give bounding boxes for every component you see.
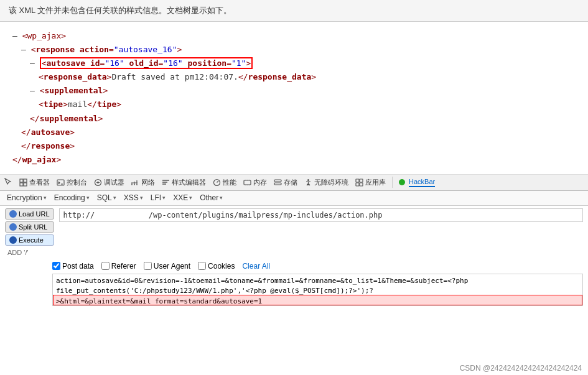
post-data-checkbox[interactable] [52,262,60,270]
hackbar-toolbar: Encryption ▾ Encoding ▾ SQL ▾ XSS ▾ LFI … [0,191,588,206]
hackbar-label: HackBar [409,178,435,187]
postdata-textarea[interactable] [52,274,583,306]
xml-line-9: </response> [21,139,576,153]
xml-line-4: <response_data>Draft saved at pm12:04:07… [39,70,576,84]
xss-menu[interactable]: XSS ▾ [121,192,146,203]
encoding-arrow: ▾ [86,195,90,201]
style-editor-label: 样式编辑器 [172,178,206,187]
load-url-button[interactable]: Load URL [5,208,54,220]
console-icon [56,178,65,187]
xml-line-6: <tipe>mail</tipe> [39,98,576,111]
watermark: CSDN @2424242424242424242424 [460,364,582,373]
cookies-checkbox[interactable] [198,262,206,270]
svg-rect-12 [360,179,363,182]
devtools-app[interactable]: 应用库 [355,178,386,187]
xml-line-7: </supplemental> [30,112,576,126]
encryption-label: Encryption [7,193,42,202]
xml-line-5: – <supplemental> [30,84,576,98]
encoding-label: Encoding [54,193,85,202]
inspector-label: 查看器 [29,178,50,187]
cursor-icon [4,178,12,187]
post-data-label: Post data [62,262,94,271]
devtools-memory[interactable]: 内存 [243,178,267,187]
clear-all-link[interactable]: Clear All [242,262,270,271]
svg-rect-11 [356,179,359,182]
hackbar-url-input[interactable] [59,208,583,222]
xml-line-8: </autosave> [21,126,576,139]
other-menu[interactable]: Other ▾ [197,192,226,203]
devtools-storage[interactable]: 存储 [273,178,297,187]
hackbar-url-area [59,208,583,222]
lfi-arrow: ▾ [162,195,166,201]
devtools-inspector[interactable]: 查看器 [19,178,50,187]
devtools-performance[interactable]: 性能 [212,178,236,187]
xml-header-text: 该 XML 文件并未包含任何关联的样式信息。文档树显示如下。 [9,6,231,15]
hackbar-options-row: Post data Referer User Agent Cookies Cle… [0,260,588,272]
xml-line-2: – <response action="autosave_16"> [21,43,576,57]
xml-tree: – <wp_ajax> – <response action="autosave… [0,22,588,175]
xml-line-1: – <wp_ajax> [12,29,576,43]
sql-menu[interactable]: SQL ▾ [94,192,119,203]
console-label: 控制台 [67,178,87,187]
network-icon [131,178,139,187]
performance-icon [212,178,221,187]
svg-point-10 [307,179,309,181]
hackbar-dot-icon [399,179,405,185]
hackbar-action-buttons: Load URL Split URL Execute ADD '/' [5,208,54,257]
hackbar-url-row: Load URL Split URL Execute ADD '/' [0,206,588,260]
user-agent-option[interactable]: User Agent [144,262,190,271]
svg-rect-4 [57,180,64,185]
svg-rect-0 [20,179,23,182]
xml-line-10: </wp_ajax> [12,153,576,167]
add-slash-label[interactable]: ADD '/' [5,248,54,257]
xml-header: 该 XML 文件并未包含任何关联的样式信息。文档树显示如下。 [0,0,588,22]
devtools-style-editor[interactable]: 样式编辑器 [161,178,206,187]
execute-label: Execute [19,236,44,244]
hackbar-postdata-area [52,274,583,308]
devtools-debugger[interactable]: 调试器 [93,178,124,187]
memory-label: 内存 [253,178,267,187]
svg-rect-14 [360,183,363,186]
xss-arrow: ▾ [140,195,143,201]
referer-option[interactable]: Referer [101,262,136,271]
split-url-button[interactable]: Split URL [5,221,54,233]
devtools-console[interactable]: 控制台 [56,178,87,187]
style-editor-icon [161,178,170,187]
app-label: 应用库 [365,178,386,187]
devtools-accessibility[interactable]: 无障碍环境 [304,178,348,187]
xxe-label: XXE [173,193,188,202]
encoding-menu[interactable]: Encoding ▾ [51,192,93,203]
devtools-hackbar[interactable]: HackBar [399,178,435,187]
storage-label: 存储 [284,178,297,187]
user-agent-checkbox[interactable] [144,262,152,270]
memory-icon [243,178,251,187]
split-url-label: Split URL [19,223,47,231]
svg-rect-9 [274,183,281,185]
svg-rect-7 [244,180,251,185]
storage-icon [273,178,282,187]
devtools-bar: 查看器 控制台 调试器 网络 样式编辑器 性能 [0,175,588,191]
xss-label: XSS [124,193,139,202]
post-data-option[interactable]: Post data [52,262,94,271]
lfi-menu[interactable]: LFI ▾ [147,192,169,203]
referer-checkbox[interactable] [101,262,110,270]
encryption-arrow: ▾ [44,195,47,201]
xxe-menu[interactable]: XXE ▾ [170,192,195,203]
sql-label: SQL [97,193,112,202]
devtools-network[interactable]: 网络 [131,178,155,187]
xxe-arrow: ▾ [189,195,192,201]
encryption-menu[interactable]: Encryption ▾ [4,192,50,203]
devtools-select-tool[interactable] [4,178,12,187]
load-url-icon [9,210,17,218]
svg-rect-2 [20,183,23,186]
user-agent-label: User Agent [154,262,190,271]
svg-rect-1 [24,179,27,182]
divider [392,177,393,188]
inspector-icon [19,178,27,187]
svg-rect-8 [274,180,281,182]
app-icon [355,178,363,187]
load-url-label: Load URL [19,210,50,218]
cookies-label: Cookies [208,262,235,271]
cookies-option[interactable]: Cookies [198,262,235,271]
execute-button[interactable]: Execute [5,234,54,246]
